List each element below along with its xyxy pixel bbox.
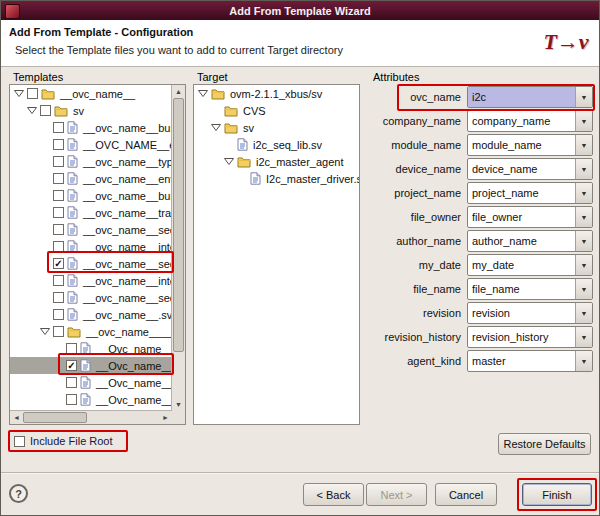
templates-horizontal-scrollbar[interactable]: ◄ ► <box>10 410 172 424</box>
expander-icon[interactable] <box>27 106 37 115</box>
tree-row-label: __ovc_name__inter <box>81 275 172 287</box>
restore-defaults-button[interactable]: Restore Defaults <box>498 433 591 455</box>
horizontal-scrollbar-thumb[interactable] <box>23 412 87 423</box>
file-icon <box>67 274 78 287</box>
tree-row[interactable]: __ovc_name__ <box>10 85 172 102</box>
chevron-down-icon[interactable]: ▼ <box>575 183 592 203</box>
tree-row[interactable]: __Ovc_name__ <box>10 340 172 357</box>
scroll-right-icon[interactable]: ► <box>159 411 172 424</box>
checkbox[interactable] <box>53 275 64 286</box>
checkbox[interactable] <box>53 241 64 252</box>
expander-icon[interactable] <box>40 327 50 336</box>
checkbox[interactable] <box>53 190 64 201</box>
revision-combo[interactable]: revision▼ <box>467 302 593 324</box>
chevron-down-icon[interactable]: ▼ <box>575 87 592 107</box>
checkbox[interactable] <box>53 326 64 337</box>
include-file-root-checkbox[interactable] <box>14 436 25 447</box>
tree-row[interactable]: __ovc_name__sequ <box>10 221 172 238</box>
chevron-down-icon[interactable]: ▼ <box>575 351 592 371</box>
scroll-up-icon[interactable]: ▲ <box>172 85 185 98</box>
chevron-down-icon[interactable]: ▼ <box>575 303 592 323</box>
device_name-combo[interactable]: device_name▼ <box>467 158 593 180</box>
checkbox[interactable] <box>53 139 64 150</box>
tree-row[interactable]: i2c_seq_lib.sv <box>194 136 359 153</box>
tree-row[interactable]: ovm-2.1.1_xbus/sv <box>194 85 359 102</box>
expander-icon[interactable] <box>198 89 208 98</box>
checkbox[interactable] <box>66 343 77 354</box>
help-button[interactable]: ? <box>9 484 28 503</box>
agent_kind-combo[interactable]: master▼ <box>467 350 593 372</box>
tree-row[interactable]: __Ovc_name__ <box>10 391 172 408</box>
checkbox[interactable] <box>40 105 51 116</box>
scroll-left-icon[interactable]: ◄ <box>10 411 23 424</box>
tree-row[interactable]: __Ovc_name__ <box>10 357 172 374</box>
chevron-down-icon[interactable]: ▼ <box>575 207 592 227</box>
chevron-down-icon[interactable]: ▼ <box>575 231 592 251</box>
chevron-down-icon[interactable]: ▼ <box>575 159 592 179</box>
tree-row[interactable]: __ovc_name__bus_ <box>10 119 172 136</box>
tree-row[interactable]: __OVC_NAME__env <box>10 136 172 153</box>
checkbox[interactable] <box>53 224 64 235</box>
chevron-down-icon[interactable]: ▼ <box>575 135 592 155</box>
cancel-button[interactable]: Cancel <box>435 483 497 506</box>
expander-icon[interactable] <box>211 123 221 132</box>
tree-row[interactable]: __ovc_name__sequ <box>10 289 172 306</box>
checkbox[interactable] <box>53 292 64 303</box>
checkbox[interactable] <box>53 156 64 167</box>
checkbox[interactable] <box>66 360 77 371</box>
chevron-down-icon[interactable]: ▼ <box>575 279 592 299</box>
tree-row[interactable]: i2c_master_agent <box>194 153 359 170</box>
attribute-label: agent_kind <box>369 355 467 367</box>
attribute-label: device_name <box>369 163 467 175</box>
back-button[interactable]: < Back <box>303 483 364 506</box>
ovc_name-combo[interactable]: i2c▼ <box>467 86 593 108</box>
my_date-combo[interactable]: my_date▼ <box>467 254 593 276</box>
file_owner-combo[interactable]: file_owner▼ <box>467 206 593 228</box>
checkbox[interactable] <box>53 173 64 184</box>
tree-row[interactable]: __ovc_name__.svh <box>10 306 172 323</box>
chevron-down-icon[interactable]: ▼ <box>575 255 592 275</box>
tree-row[interactable]: __ovc_name__inter <box>10 272 172 289</box>
author_name-combo[interactable]: author_name▼ <box>467 230 593 252</box>
vertical-scrollbar-thumb[interactable] <box>173 98 184 352</box>
combo-value: revision_history <box>468 327 575 347</box>
templates-vertical-scrollbar[interactable]: ▲ ▼ <box>171 85 185 411</box>
expander-icon[interactable] <box>224 157 234 166</box>
tree-row[interactable]: I2c_master_driver.sv <box>194 170 359 187</box>
attribute-row: company_namecompany_name▼ <box>369 109 593 133</box>
company_name-combo[interactable]: company_name▼ <box>467 110 593 132</box>
checkbox[interactable] <box>66 394 77 405</box>
tree-row[interactable]: __Ovc_name__ <box>10 374 172 391</box>
chevron-down-icon[interactable]: ▼ <box>575 111 592 131</box>
tree-row[interactable]: __ovc_name__inter <box>10 238 172 255</box>
finish-button[interactable]: Finish <box>522 483 592 506</box>
checkbox[interactable] <box>53 207 64 218</box>
project_name-combo[interactable]: project_name▼ <box>467 182 593 204</box>
revision_history-combo[interactable]: revision_history▼ <box>467 326 593 348</box>
tree-row[interactable]: __ovc_name__type <box>10 153 172 170</box>
include-file-root-label: Include File Root <box>30 435 113 447</box>
scroll-down-icon[interactable]: ▼ <box>172 398 185 411</box>
tree-row[interactable]: sv <box>194 119 359 136</box>
next-button[interactable]: Next > <box>366 483 427 506</box>
tree-row-label: sv <box>71 105 86 117</box>
tree-row[interactable]: __ovc_name__tran <box>10 204 172 221</box>
expander-icon[interactable] <box>14 89 24 98</box>
include-file-root[interactable]: Include File Root <box>14 435 113 447</box>
combo-value: author_name <box>468 231 575 251</box>
checkbox[interactable] <box>53 309 64 320</box>
checkbox[interactable] <box>66 377 77 388</box>
module_name-combo[interactable]: module_name▼ <box>467 134 593 156</box>
checkbox[interactable] <box>53 122 64 133</box>
file_name-combo[interactable]: file_name▼ <box>467 278 593 300</box>
checkbox[interactable] <box>27 88 38 99</box>
checkbox[interactable] <box>53 258 64 269</box>
tree-row[interactable]: __ovc_name__bus_ <box>10 187 172 204</box>
tree-row[interactable]: CVS <box>194 102 359 119</box>
tree-row[interactable]: sv <box>10 102 172 119</box>
tree-row[interactable]: __ovc_name__env. <box>10 170 172 187</box>
tree-row[interactable]: __ovc_name____ag <box>10 323 172 340</box>
tree-row-label: __Ovc_name__ <box>94 394 172 406</box>
chevron-down-icon[interactable]: ▼ <box>575 327 592 347</box>
tree-row[interactable]: __ovc_name__seq_ <box>10 255 172 272</box>
